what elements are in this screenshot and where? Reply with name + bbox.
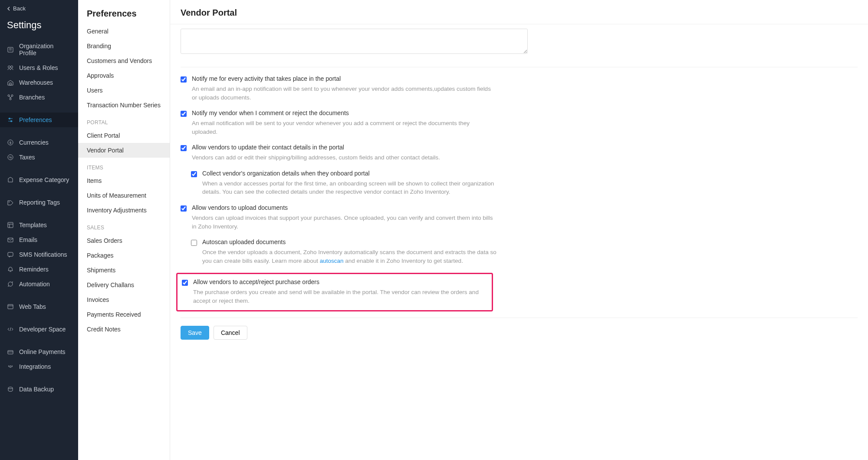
pref-item-general[interactable]: General (78, 24, 170, 39)
sidebar-item-label: SMS Notifications (19, 251, 67, 258)
sidebar-item-label: Automation (19, 281, 50, 288)
org-icon (7, 46, 14, 53)
sidebar-item-warehouses[interactable]: Warehouses (0, 75, 78, 90)
chevron-left-icon (7, 7, 10, 11)
sidebar-item-web-tabs[interactable]: Web Tabs (0, 299, 78, 314)
sidebar-item-data-backup[interactable]: Data Backup (0, 382, 78, 397)
pref-item-inventory-adjustments[interactable]: Inventory Adjustments (78, 203, 170, 218)
sidebar-item-organization-profile[interactable]: Organization Profile (0, 39, 78, 60)
sidebar-item-label: Reminders (19, 266, 49, 273)
sidebar-item-users-roles[interactable]: Users & Roles (0, 60, 78, 75)
svg-point-11 (9, 118, 10, 119)
option-row: Collect vendor's organization details wh… (191, 170, 858, 196)
sidebar-item-developer-space[interactable]: Developer Space (0, 322, 78, 337)
taxes-icon: % (7, 154, 14, 161)
option-checkbox[interactable] (191, 240, 197, 246)
sidebar-item-label: Users & Roles (19, 64, 58, 71)
main-panel: Vendor Portal Notify me for every activi… (170, 0, 868, 460)
sidebar-item-online-payments[interactable]: Online Payments (0, 344, 78, 359)
pref-item-sales-orders[interactable]: Sales Orders (78, 233, 170, 248)
pref-item-users[interactable]: Users (78, 83, 170, 98)
sidebar-item-label: Reporting Tags (19, 199, 60, 206)
sidebar-item-automation[interactable]: Automation (0, 277, 78, 291)
option-checkbox[interactable] (181, 76, 187, 83)
pref-item-items[interactable]: Items (78, 173, 170, 188)
sidebar-item-label: Warehouses (19, 79, 53, 86)
pref-item-invoices[interactable]: Invoices (78, 292, 170, 307)
svg-text:%: % (9, 156, 12, 159)
svg-line-27 (10, 328, 11, 331)
warehouse-icon (7, 79, 14, 86)
svg-point-3 (8, 66, 10, 68)
option-description: Vendors can add or edit their shipping/b… (192, 153, 496, 162)
branches-icon (7, 94, 14, 101)
preferences-title: Preferences (78, 0, 170, 24)
option-row: Allow vendors to update their contact de… (181, 144, 858, 162)
pref-item-approvals[interactable]: Approvals (78, 68, 170, 83)
pref-item-customers-and-vendors[interactable]: Customers and Vendors (78, 53, 170, 68)
pref-item-packages[interactable]: Packages (78, 248, 170, 263)
back-link[interactable]: Back (0, 0, 78, 17)
integrations-icon (7, 363, 14, 370)
sidebar-item-label: Currencies (19, 139, 49, 146)
sidebar-item-preferences[interactable]: Preferences (0, 113, 78, 127)
svg-rect-23 (8, 252, 13, 256)
expense-icon (7, 176, 14, 183)
sidebar-item-reporting-tags[interactable]: Reporting Tags (0, 195, 78, 210)
save-button[interactable]: Save (181, 326, 209, 340)
pref-item-branding[interactable]: Branding (78, 39, 170, 53)
sidebar-item-currencies[interactable]: $Currencies (0, 135, 78, 150)
sidebar-item-label: Developer Space (19, 326, 66, 333)
backup-icon (7, 386, 14, 393)
option-label: Notify me for every activity that takes … (192, 75, 496, 82)
pref-item-transaction-number-series[interactable]: Transaction Number Series (78, 98, 170, 113)
sidebar-item-reminders[interactable]: Reminders (0, 262, 78, 277)
option-description: An email notification will be sent to yo… (192, 119, 496, 136)
option-checkbox[interactable] (181, 145, 187, 151)
sidebar-item-label: Taxes (19, 154, 35, 161)
sidebar-item-sms-notifications[interactable]: SMS Notifications (0, 247, 78, 262)
svg-point-12 (10, 120, 12, 122)
svg-point-8 (10, 98, 11, 100)
option-checkbox[interactable] (181, 205, 187, 212)
option-checkbox[interactable] (182, 280, 188, 286)
settings-sidebar: Back Settings Organization ProfileUsers … (0, 0, 78, 460)
templates-icon (7, 222, 14, 228)
sidebar-item-label: Integrations (19, 363, 51, 370)
autoscan-link[interactable]: autoscan (320, 258, 344, 264)
tags-icon (7, 199, 14, 206)
option-row: Autoscan uploaded documentsOnce the vend… (191, 238, 858, 265)
svg-point-4 (11, 66, 13, 68)
pref-item-vendor-portal[interactable]: Vendor Portal (78, 143, 170, 158)
sidebar-item-templates[interactable]: Templates (0, 218, 78, 232)
sidebar-item-emails[interactable]: Emails (0, 232, 78, 247)
section-header: SALES (78, 218, 170, 233)
pref-item-payments-received[interactable]: Payments Received (78, 307, 170, 322)
pref-item-client-portal[interactable]: Client Portal (78, 128, 170, 143)
sidebar-item-expense-category[interactable]: Expense Category (0, 172, 78, 187)
section-header: PORTAL (78, 113, 170, 128)
sidebar-item-label: Emails (19, 236, 37, 243)
option-label: Autoscan uploaded documents (202, 238, 506, 245)
prefs-icon (7, 116, 14, 123)
sidebar-item-taxes[interactable]: %Taxes (0, 150, 78, 165)
pref-item-units-of-measurement[interactable]: Units of Measurement (78, 188, 170, 203)
option-row: Allow vendors to upload documentsVendors… (181, 204, 858, 231)
pref-item-shipments[interactable]: Shipments (78, 263, 170, 278)
portal-textarea[interactable] (181, 29, 528, 54)
pref-item-delivery-challans[interactable]: Delivery Challans (78, 278, 170, 292)
sidebar-item-label: Organization Profile (19, 43, 71, 56)
pref-item-credit-notes[interactable]: Credit Notes (78, 322, 170, 337)
sidebar-item-branches[interactable]: Branches (0, 90, 78, 105)
sidebar-item-label: Preferences (19, 116, 52, 123)
webtabs-icon (7, 303, 14, 310)
option-description: An email and an in-app notification will… (192, 85, 496, 102)
option-checkbox[interactable] (191, 171, 197, 177)
sidebar-item-integrations[interactable]: Integrations (0, 359, 78, 374)
cancel-button[interactable]: Cancel (214, 326, 247, 340)
back-label: Back (13, 5, 26, 12)
option-checkbox[interactable] (181, 111, 187, 117)
sidebar-item-label: Online Payments (19, 348, 66, 355)
option-label: Collect vendor's organization details wh… (202, 170, 506, 177)
dev-icon (7, 326, 14, 333)
